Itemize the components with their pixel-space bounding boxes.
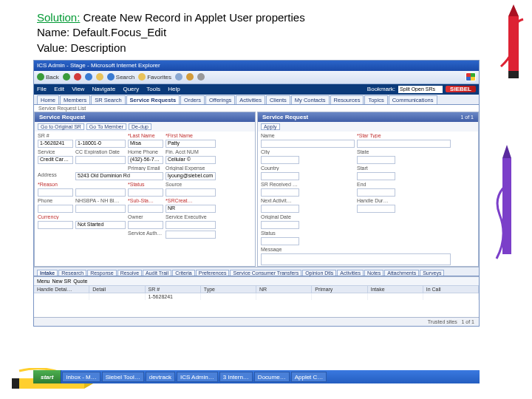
message-field[interactable] — [261, 253, 451, 265]
tab-service-consumer-transfers[interactable]: Service Consumer Transfers — [230, 270, 301, 276]
state-field[interactable] — [357, 156, 395, 164]
source-field[interactable] — [166, 188, 216, 197]
tab-audit-trail[interactable]: Audit Trail — [143, 270, 171, 276]
country-field[interactable] — [261, 172, 299, 180]
new-sr-button[interactable]: New SR — [52, 279, 72, 284]
tab-service-requests[interactable]: Service Requests — [126, 95, 180, 104]
lower-menu-button[interactable]: Menu — [37, 279, 50, 284]
tab-surveys[interactable]: Surveys — [420, 270, 444, 276]
tab-members[interactable]: Members — [60, 95, 90, 104]
taskbar-item[interactable]: ICS Admin… — [177, 372, 218, 382]
mail-button[interactable] — [186, 73, 194, 81]
status-right-field[interactable] — [261, 237, 299, 245]
tab-research[interactable]: Research — [58, 270, 86, 276]
start-button[interactable]: start — [33, 370, 61, 383]
svc-exec-field[interactable] — [166, 221, 216, 229]
tab-intake[interactable]: Intake — [37, 270, 58, 276]
taskbar-item[interactable]: 3 Intern… — [219, 372, 253, 382]
end-field[interactable] — [357, 188, 395, 197]
sub-status-field[interactable] — [128, 205, 163, 213]
tab-activities-sub[interactable]: Activities — [337, 270, 364, 276]
tab-criteria[interactable]: Criteria — [172, 270, 195, 276]
go-to-original-sr-button[interactable]: Go to Original SR — [38, 123, 84, 130]
right-pane-title: Service Request — [262, 114, 308, 120]
tab-clients[interactable]: Clients — [266, 95, 290, 104]
handle-dur-field[interactable] — [357, 205, 395, 213]
dedup-button[interactable]: De-dup — [129, 123, 151, 130]
search-button[interactable]: Search — [107, 73, 134, 81]
home-button[interactable] — [96, 73, 103, 81]
email-field[interactable]: lyoung@siebel.com — [166, 172, 216, 180]
forward-button[interactable] — [63, 73, 70, 81]
cc-exp-field[interactable] — [75, 156, 126, 164]
tab-response[interactable]: Response — [87, 270, 117, 276]
stop-button[interactable] — [74, 73, 81, 81]
status-field[interactable] — [128, 188, 163, 197]
sr-contact-field[interactable] — [261, 188, 299, 197]
first-name-field[interactable]: Patty — [166, 140, 216, 148]
original-date-field[interactable] — [261, 221, 299, 229]
tab-offerings[interactable]: Offerings — [205, 95, 235, 104]
tab-home[interactable]: Home — [37, 95, 59, 104]
tab-sr-search[interactable]: SR Search — [91, 95, 125, 104]
tab-communications[interactable]: Communications — [389, 95, 437, 104]
tab-notes[interactable]: Notes — [364, 270, 383, 276]
last-name-field[interactable]: Misa — [128, 140, 163, 148]
refresh-button[interactable] — [85, 73, 92, 81]
table-row[interactable]: 1-5628241 — [34, 293, 479, 300]
menu-help[interactable]: Help — [168, 86, 180, 92]
back-button[interactable]: Back — [37, 73, 59, 81]
taskbar-item[interactable]: Siebel Tool… — [102, 372, 144, 382]
bookmark-input[interactable] — [398, 86, 443, 93]
tab-activities[interactable]: Activities — [236, 95, 265, 104]
menu-query[interactable]: Query — [123, 86, 139, 92]
go-to-member-button[interactable]: Go To Member — [86, 123, 126, 130]
start-field[interactable] — [357, 172, 395, 180]
star-type-field[interactable] — [357, 140, 451, 148]
acct-number-field[interactable]: 1-18001-0 — [75, 140, 126, 148]
menu-navigate[interactable]: Navigate — [92, 86, 116, 92]
menu-tools[interactable]: Tools — [146, 86, 160, 92]
fin-acct-field[interactable]: Cellular © — [166, 156, 216, 164]
currency-field[interactable] — [38, 221, 73, 229]
menu-file[interactable]: File — [37, 86, 47, 92]
tab-resolve[interactable]: Resolve — [117, 270, 142, 276]
address-field[interactable]: 5243 Old Dominion Rd — [75, 172, 163, 180]
taskbar-item[interactable]: Docume… — [254, 372, 290, 382]
nhsbpa-field[interactable] — [75, 205, 126, 213]
right-form-applet: Service Request1 of 1 Apply Name *Star T… — [257, 112, 479, 267]
svg-marker-4 — [502, 145, 511, 158]
svc-auth-field[interactable] — [166, 231, 216, 239]
tab-preferences[interactable]: Preferences — [196, 270, 230, 276]
owner-field[interactable] — [128, 221, 163, 229]
left-form-applet: Service Request Go to Original SR Go To … — [34, 112, 256, 267]
sr-number-field[interactable]: 1-5628241 — [38, 140, 73, 148]
city-field[interactable] — [261, 156, 299, 164]
favorites-button[interactable]: Favorites — [138, 73, 171, 81]
name-field[interactable] — [261, 140, 355, 148]
phone-field[interactable] — [38, 205, 73, 213]
menu-edit[interactable]: Edit — [54, 86, 64, 92]
src-field[interactable]: Not Started — [75, 221, 126, 229]
tab-attachments[interactable]: Attachments — [384, 270, 419, 276]
tab-orders[interactable]: Orders — [180, 95, 205, 104]
crayon-red-icon — [498, 1, 528, 83]
taskbar-item[interactable]: devtrack — [146, 372, 175, 382]
tab-my-contacts[interactable]: My Contacts — [291, 95, 330, 104]
home-phone-field[interactable]: (432)-56-7890 — [128, 156, 163, 164]
history-button[interactable] — [175, 73, 183, 81]
tab-resources[interactable]: Resources — [330, 95, 364, 104]
next-activity-field[interactable] — [261, 205, 299, 213]
quote-button[interactable]: Quote — [73, 279, 87, 284]
tab-opinion-dtls[interactable]: Opinion Dtls — [302, 270, 336, 276]
taskbar-item[interactable]: Applet C… — [291, 372, 327, 382]
sr-create-field[interactable]: NR — [166, 205, 216, 213]
menu-view[interactable]: View — [72, 86, 84, 92]
tab-topics[interactable]: Topics — [364, 95, 387, 104]
reason-field[interactable] — [38, 188, 73, 197]
service-field[interactable]: Credit Car… — [38, 156, 73, 164]
solution-label: Solution: — [37, 11, 80, 24]
taskbar-item[interactable]: Inbox - M… — [62, 372, 100, 382]
print-button[interactable] — [197, 73, 205, 81]
apply-button[interactable]: Apply — [261, 123, 280, 130]
